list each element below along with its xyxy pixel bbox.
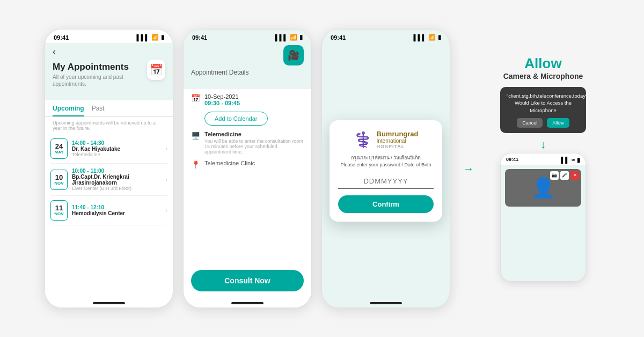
screen1-header: ‹ My Appointments All of your upcoming a… bbox=[45, 43, 173, 100]
status-time-2: 09:41 bbox=[192, 34, 207, 41]
arrow-down-icon: ↓ bbox=[540, 138, 546, 151]
allow-title: Allow Camera & Microphone bbox=[503, 55, 583, 80]
cancel-permission-button[interactable]: Cancel bbox=[517, 118, 543, 128]
allow-subtitle: Camera & Microphone bbox=[503, 72, 583, 80]
detail-location: Telemedicine Clinic bbox=[204, 160, 255, 166]
screen2-header: 🎥 Appointment Details bbox=[184, 43, 311, 89]
detail-date: 10-Sep-2021 bbox=[204, 93, 268, 100]
appt-doctor-3: Hemodialysis Center bbox=[72, 210, 165, 216]
permission-buttons: Cancel Allow bbox=[507, 118, 580, 128]
appt-doctor-2: Bp.Capt.Dr. Kriengkrai Jirasinrojanakorn bbox=[72, 174, 165, 186]
home-indicator-3 bbox=[322, 299, 450, 307]
status-icons-1: ▌▌▌ 📶 ▮ bbox=[137, 34, 164, 41]
arrow-right-icon: → bbox=[463, 163, 474, 175]
day-2: 10 bbox=[55, 174, 63, 181]
screen4-time: 09:41 bbox=[506, 157, 518, 164]
screen1-phone: 09:41 ▌▌▌ 📶 ▮ ‹ My Appointments All of y… bbox=[45, 29, 173, 308]
calendar-icon: 📅 bbox=[147, 60, 165, 80]
wifi-icon: 📶 bbox=[151, 34, 159, 41]
page-title: My Appointments bbox=[53, 62, 147, 72]
signal-icon-4: ▌▌ bbox=[561, 157, 569, 163]
end-call-ctrl[interactable]: ✕ bbox=[570, 171, 579, 180]
status-bar-2: 09:41 ▌▌▌ 📶 ▮ bbox=[184, 30, 311, 43]
video-call-controls: 📷 🎤 ✕ bbox=[550, 171, 579, 180]
home-bar-1 bbox=[93, 302, 125, 304]
battery-icon-2: ▮ bbox=[299, 34, 303, 41]
arrow-right-panel: → bbox=[460, 163, 477, 175]
appt-doctor-1: Dr. Kae Hiyakutake bbox=[72, 146, 165, 152]
video-avatar: 👤 bbox=[531, 177, 555, 199]
video-icon-box: 🎥 bbox=[283, 45, 304, 65]
hospital-name-block: Bumrungrad International HOSPITAL bbox=[377, 130, 419, 149]
appt-info-2: 10:00 - 11:00 Bp.Capt.Dr. Kriengkrai Jir… bbox=[72, 168, 165, 191]
month-1: MAY bbox=[54, 150, 63, 155]
home-indicator-1 bbox=[45, 299, 173, 307]
appt-type-2: Liver Center (BIH 3rd Floor) bbox=[72, 186, 165, 191]
dialog-overlay: ⚕️ Bumrungrad International HOSPITAL กรุ… bbox=[322, 43, 450, 299]
add-to-calendar-button[interactable]: Add to Calendar bbox=[204, 112, 268, 126]
battery-icon-3: ▮ bbox=[438, 34, 441, 41]
consult-btn-wrap: Consult Now bbox=[184, 262, 311, 299]
detail-section: 📅 10-Sep-2021 09:30 - 09:45 Add to Calen… bbox=[184, 89, 311, 262]
battery-icon: ▮ bbox=[161, 34, 164, 41]
dialog-box: ⚕️ Bumrungrad International HOSPITAL กรุ… bbox=[330, 120, 442, 221]
hospital-logo-icon: ⚕️ bbox=[354, 131, 372, 149]
screen4-status: 09:41 ▌▌ ≈ ▮ bbox=[501, 153, 586, 165]
status-bar-3: 09:41 ▌▌▌ 📶 ▮ bbox=[322, 30, 450, 43]
tabs-row: Upcoming Past bbox=[45, 100, 173, 117]
date-badge-3: 11 NOV bbox=[50, 200, 68, 221]
wifi-icon-4: ≈ bbox=[572, 157, 575, 163]
appointment-item-2[interactable]: 10 NOV 10:00 - 11:00 Bp.Capt.Dr. Kriengk… bbox=[50, 164, 167, 196]
appt-info-1: 14:00 - 14:30 Dr. Kae Hiyakutake Telemed… bbox=[72, 140, 165, 157]
dialog-text: กรุณาระบุรหัสผ่าน / วันเดือนปีเกิดPlease… bbox=[338, 155, 434, 168]
appt-info-3: 11:40 - 12:10 Hemodialysis Center bbox=[72, 204, 165, 216]
screen2-phone: 09:41 ▌▌▌ 📶 ▮ 🎥 Appointment Details 📅 10… bbox=[183, 29, 312, 308]
appointment-item-3[interactable]: 11 NOV 11:40 - 12:10 Hemodialysis Center… bbox=[50, 196, 167, 225]
mic-ctrl[interactable]: 🎤 bbox=[560, 171, 569, 180]
location-detail-icon: 📍 bbox=[191, 160, 200, 169]
hospital-label: HOSPITAL bbox=[377, 144, 419, 149]
chevron-icon-3: › bbox=[165, 207, 167, 214]
calendar-detail-icon: 📅 bbox=[191, 94, 200, 102]
detail-type-item: 🖥️ Telemedicine You will be able to ente… bbox=[191, 131, 304, 155]
signal-icon-3: ▌▌▌ bbox=[414, 34, 426, 41]
allow-permission-button[interactable]: Allow bbox=[547, 118, 569, 128]
home-indicator-2 bbox=[184, 299, 311, 307]
signal-icon-2: ▌▌▌ bbox=[275, 34, 288, 41]
appointment-item-1[interactable]: 24 MAY 14:00 - 14:30 Dr. Kae Hiyakutake … bbox=[50, 134, 167, 164]
camera-ctrl[interactable]: 📷 bbox=[550, 171, 559, 180]
video-call-box: 👤 📷 🎤 ✕ bbox=[505, 169, 581, 207]
status-icons-3: ▌▌▌ 📶 ▮ bbox=[414, 34, 441, 41]
signal-icon: ▌▌▌ bbox=[137, 34, 149, 41]
status-bar-1: 09:41 ▌▌▌ 📶 ▮ bbox=[45, 30, 173, 43]
wifi-icon-3: 📶 bbox=[428, 34, 436, 41]
appt-time-3: 11:40 - 12:10 bbox=[72, 204, 165, 210]
section-note: Upcoming appointments will be retrieved … bbox=[45, 117, 173, 134]
consult-now-button[interactable]: Consult Now bbox=[191, 270, 304, 291]
tab-past[interactable]: Past bbox=[92, 105, 105, 116]
chevron-icon-1: › bbox=[165, 145, 167, 152]
permission-text: "client.stg.bih.teleconference.today" Wo… bbox=[507, 92, 580, 114]
status-time-1: 09:41 bbox=[54, 34, 69, 41]
day-1: 24 bbox=[55, 143, 63, 150]
screen4-teal-area: 👤 📷 🎤 ✕ bbox=[501, 165, 586, 281]
appt-time-1: 14:00 - 14:30 bbox=[72, 140, 165, 146]
right-panel: Allow Camera & Microphone "client.stg.bi… bbox=[487, 55, 599, 282]
dob-input[interactable] bbox=[338, 174, 434, 189]
page-subtitle: All of your upcoming and past appointmen… bbox=[53, 74, 147, 87]
confirm-button[interactable]: Confirm bbox=[338, 195, 434, 213]
date-badge-2: 10 NOV bbox=[50, 170, 68, 190]
month-2: NOV bbox=[54, 181, 63, 186]
tab-upcoming[interactable]: Upcoming bbox=[53, 105, 84, 116]
detail-time: 09:30 - 09:45 bbox=[204, 100, 268, 106]
day-3: 11 bbox=[55, 204, 63, 211]
appt-type-1: Telemedicine bbox=[72, 152, 165, 157]
battery-icon-4: ▮ bbox=[577, 157, 580, 164]
chevron-icon-2: › bbox=[165, 176, 167, 184]
detail-service-type: Telemedicine bbox=[204, 131, 304, 137]
status-icons-2: ▌▌▌ 📶 ▮ bbox=[275, 34, 303, 41]
screen3-phone: 09:41 ▌▌▌ 📶 ▮ ⚕️ Bumrungrad Internationa… bbox=[321, 29, 450, 308]
back-button[interactable]: ‹ bbox=[53, 46, 165, 57]
home-bar-3 bbox=[370, 302, 402, 304]
hospital-logo-row: ⚕️ Bumrungrad International HOSPITAL bbox=[338, 130, 434, 149]
